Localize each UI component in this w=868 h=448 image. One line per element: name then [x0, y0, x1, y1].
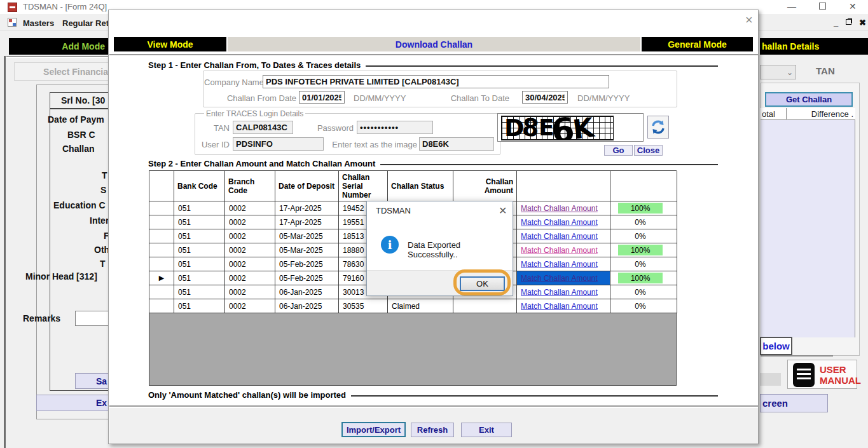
- label-interest: Inter: [90, 215, 109, 226]
- cell-branch-code: 0002: [225, 229, 275, 243]
- match-challan-amount-link[interactable]: Match Challan Amount: [521, 274, 598, 283]
- exit-button[interactable]: Exit: [461, 423, 512, 437]
- cell-branch-code: 0002: [225, 299, 275, 313]
- mdi-close-icon[interactable]: ✖: [859, 18, 866, 27]
- cell-challan-amount[interactable]: [453, 299, 517, 313]
- full-screen-button[interactable]: creen: [760, 394, 828, 412]
- app-root: TDSMAN - [Form 24Q] — ✕ Masters Regular …: [0, 0, 868, 448]
- column-header: Challan Amount: [453, 171, 517, 201]
- row-selector[interactable]: [149, 201, 174, 215]
- userid-input[interactable]: [233, 137, 324, 151]
- userid-label: User ID: [195, 140, 230, 149]
- label-education-cess: Education C: [53, 200, 106, 210]
- column-header: [149, 171, 174, 201]
- user-manual-button[interactable]: USER MANUAL: [787, 360, 857, 389]
- window-left-edge: [4, 56, 6, 448]
- column-difference: Difference .: [787, 108, 855, 120]
- footer-note: Only 'Amount Matched' challan(s) will be…: [148, 390, 346, 400]
- match-challan-amount-link[interactable]: Match Challan Amount: [521, 232, 598, 241]
- row-selector[interactable]: [149, 243, 174, 257]
- maximize-icon[interactable]: [819, 3, 826, 10]
- go-button[interactable]: Go: [604, 145, 633, 156]
- match-percent-value: 0%: [618, 287, 663, 297]
- match-challan-amount-link[interactable]: Match Challan Amount: [521, 246, 598, 255]
- match-challan-amount-link[interactable]: Match Challan Amount: [521, 218, 598, 227]
- match-challan-amount-link[interactable]: Match Challan Amount: [521, 302, 598, 311]
- company-name-input[interactable]: [263, 75, 609, 88]
- label-others: Oth: [94, 245, 109, 255]
- message-box-close-icon[interactable]: ✕: [499, 205, 507, 217]
- mdi-minimize-icon[interactable]: _: [834, 18, 838, 27]
- captcha-char: 8: [521, 116, 539, 140]
- tab-general-mode[interactable]: General Mode: [642, 37, 753, 51]
- exit-background-button[interactable]: Ex: [36, 395, 109, 411]
- match-challan-amount-link[interactable]: Match Challan Amount: [521, 204, 598, 213]
- match-challan-amount-link[interactable]: Match Challan Amount: [521, 288, 598, 297]
- cell-match-percent: 0%: [610, 215, 677, 229]
- cell-date-of-deposit: 06-Jan-2025: [275, 299, 339, 313]
- match-percent-value: 0%: [618, 259, 663, 269]
- row-selector[interactable]: [149, 285, 174, 299]
- column-header: [610, 171, 677, 201]
- cell-date-of-deposit: 17-Apr-2025: [275, 215, 339, 229]
- select-financial-button[interactable]: Select Financia: [14, 62, 109, 81]
- app-icon: [8, 3, 17, 12]
- minimize-icon[interactable]: —: [787, 1, 796, 11]
- column-header: Challan Status: [388, 171, 453, 201]
- label-challan: Challan: [62, 144, 95, 154]
- close-icon[interactable]: ✕: [849, 1, 857, 11]
- refresh-button[interactable]: Refresh: [411, 423, 454, 437]
- match-percent-value: 0%: [618, 231, 663, 241]
- cell-match-percent: 0%: [610, 285, 677, 299]
- cell-match-link: Match Challan Amount: [517, 285, 610, 299]
- captcha-char: K: [571, 116, 596, 140]
- menu-regular-returns[interactable]: Regular Retu: [62, 18, 114, 28]
- captcha-entry-input[interactable]: [419, 137, 494, 151]
- tab-add-mode[interactable]: Add Mode: [9, 38, 109, 55]
- mdi-restore-icon[interactable]: [846, 19, 851, 25]
- window-title: TDSMAN - [Form 24Q]: [23, 2, 107, 11]
- below-link[interactable]: below: [760, 337, 792, 355]
- save-button[interactable]: Sa: [75, 373, 109, 389]
- form-icon: [8, 18, 17, 27]
- right-panel-bottom-edge: [761, 355, 833, 356]
- to-date-input[interactable]: [522, 91, 568, 104]
- user-manual-label-2: MANUAL: [820, 375, 861, 386]
- row-selector[interactable]: [149, 299, 174, 313]
- match-percent-value: 0%: [618, 217, 663, 227]
- match-percent-value: 100%: [618, 245, 663, 255]
- step1-heading-row: Step 1 - Enter Challan From, To Dates & …: [148, 60, 718, 70]
- row-selector[interactable]: ▶: [149, 271, 174, 285]
- label-bsr-code: BSR C: [67, 130, 95, 140]
- password-input[interactable]: [357, 121, 433, 134]
- cell-date-of-deposit: 17-Apr-2025: [275, 201, 339, 215]
- tan-input[interactable]: [233, 121, 293, 134]
- cell-bank-code: 051: [174, 271, 225, 285]
- from-date-input[interactable]: [299, 91, 345, 104]
- remarks-input[interactable]: [75, 311, 109, 326]
- message-box-title: TDSMAN: [376, 206, 411, 215]
- disabled-field: [760, 373, 781, 386]
- row-selector[interactable]: [149, 257, 174, 271]
- tab-download-challan[interactable]: Download Challan: [228, 37, 640, 51]
- financial-year-dropdown[interactable]: ⌄: [760, 65, 796, 79]
- dialog-close-icon[interactable]: ×: [745, 15, 753, 25]
- from-date-label: Challan From Date: [217, 93, 296, 103]
- tab-challan-details[interactable]: hallan Details: [760, 38, 868, 55]
- column-header: Date of Deposit: [275, 171, 339, 201]
- step2-rule: [380, 164, 718, 165]
- match-challan-amount-link[interactable]: Match Challan Amount: [521, 260, 598, 269]
- row-selector[interactable]: [149, 229, 174, 243]
- close-captcha-button[interactable]: Close: [634, 145, 663, 156]
- tab-view-mode[interactable]: View Mode: [114, 37, 226, 51]
- cell-match-percent: 100%: [610, 243, 677, 257]
- cell-bank-code: 051: [174, 257, 225, 271]
- row-selector[interactable]: [149, 215, 174, 229]
- import-export-button[interactable]: Import/Export: [341, 422, 406, 437]
- column-header: Challan Serial Number: [339, 171, 388, 201]
- captcha-refresh-button[interactable]: [647, 116, 669, 139]
- get-challan-button[interactable]: Get Challan: [765, 92, 853, 107]
- cell-date-of-deposit: 05-Feb-2025: [275, 271, 339, 285]
- menu-masters[interactable]: Masters: [23, 18, 54, 28]
- cell-match-link: Match Challan Amount: [517, 271, 610, 285]
